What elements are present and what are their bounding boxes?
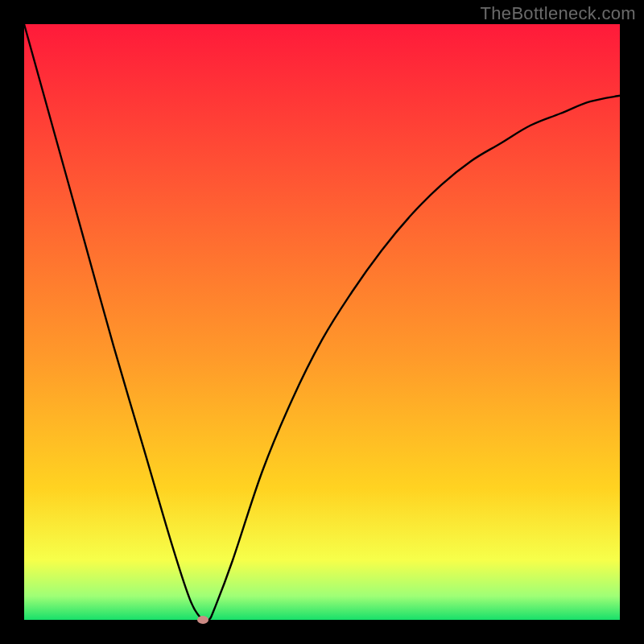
plot-area: [24, 24, 620, 620]
watermark-text: TheBottleneck.com: [481, 3, 636, 24]
curve-svg: [24, 24, 620, 620]
chart-frame: TheBottleneck.com: [0, 0, 644, 644]
optimum-marker: [197, 616, 208, 624]
bottleneck-curve: [24, 24, 620, 622]
